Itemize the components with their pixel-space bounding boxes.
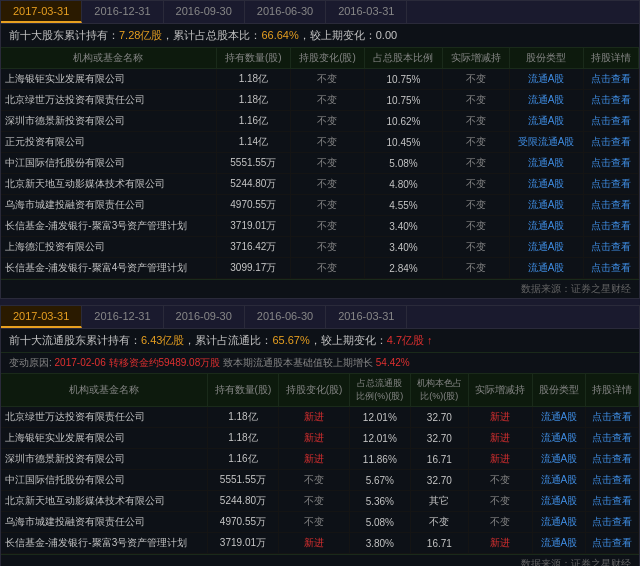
cell-change: 新进 (278, 407, 349, 428)
p2-col-ratio2: 机构本色占比(%)(股) (410, 374, 468, 407)
cell-name: 长信基金-浦发银行-聚富3号资产管理计划 (1, 533, 207, 554)
tab-2016-09-30-p1[interactable]: 2016-09-30 (164, 1, 245, 23)
cell-ratio: 5.08% (365, 153, 443, 174)
cell-name: 上海银钜实业发展有限公司 (1, 428, 207, 449)
table-row: 长信基金-浦发银行-聚富4号资产管理计划 3099.17万 不变 2.84% 不… (1, 258, 639, 279)
tab-2016-12-31-p2[interactable]: 2016-12-31 (82, 306, 163, 328)
cell-name: 上海德汇投资有限公司 (1, 237, 216, 258)
cell-ratio: 10.75% (365, 90, 443, 111)
table-row: 中江国际信托股份有限公司 5551.55万 不变 5.08% 不变 流通A股 点… (1, 153, 639, 174)
cell-change: 不变 (290, 216, 364, 237)
cell-link[interactable]: 点击查看 (585, 407, 638, 428)
cell-link[interactable]: 点击查看 (583, 132, 638, 153)
cell-type: 流通A股 (509, 216, 583, 237)
cell-change: 不变 (290, 132, 364, 153)
cell-link[interactable]: 点击查看 (583, 195, 638, 216)
cell-type: 流通A股 (509, 258, 583, 279)
cell-ratio: 10.45% (365, 132, 443, 153)
cell-link[interactable]: 点击查看 (583, 258, 638, 279)
cell-action: 不变 (442, 132, 509, 153)
cell-link[interactable]: 点击查看 (583, 237, 638, 258)
tab-2016-09-30-p2[interactable]: 2016-09-30 (164, 306, 245, 328)
p2-col-change: 持股变化(股) (278, 374, 349, 407)
cell-qty: 3099.17万 (216, 258, 290, 279)
panel2-tabs[interactable]: 2017-03-31 2016-12-31 2016-09-30 2016-06… (1, 306, 639, 329)
cell-link[interactable]: 点击查看 (585, 449, 638, 470)
cell-ratio2: 其它 (410, 491, 468, 512)
summary-ratio: 66.64% (261, 29, 298, 41)
cell-ratio: 10.62% (365, 111, 443, 132)
cell-link[interactable]: 点击查看 (585, 428, 638, 449)
panel2-change-note: 变动原因: 2017-02-06 转移资金约59489.08万股 致本期流通股本… (1, 353, 639, 374)
tab-2017-03-31-p1[interactable]: 2017-03-31 (1, 1, 82, 23)
cell-action: 新进 (469, 407, 533, 428)
cell-ratio1: 5.08% (350, 512, 411, 533)
cell-qty: 1.18亿 (216, 69, 290, 90)
tab-2016-06-30-p1[interactable]: 2016-06-30 (245, 1, 326, 23)
summary-prefix: 前十大股东累计持有： (9, 29, 119, 41)
tab-2016-12-31-p1[interactable]: 2016-12-31 (82, 1, 163, 23)
cell-ratio1: 5.36% (350, 491, 411, 512)
tab-2017-03-31-p2[interactable]: 2017-03-31 (1, 306, 82, 328)
cell-link[interactable]: 点击查看 (583, 216, 638, 237)
cell-ratio1: 12.01% (350, 428, 411, 449)
cell-ratio2: 32.70 (410, 407, 468, 428)
col-type: 股份类型 (509, 48, 583, 69)
cell-name: 北京绿世万达投资有限责任公司 (1, 90, 216, 111)
table-row: 乌海市城建投融资有限责任公司 4970.55万 不变 5.08% 不变 不变 流… (1, 512, 639, 533)
cell-link[interactable]: 点击查看 (583, 90, 638, 111)
p2-col-qty: 持有数量(股) (207, 374, 278, 407)
panel-2: 2017-03-31 2016-12-31 2016-09-30 2016-06… (0, 305, 640, 566)
ratio-prefix: ，累计占总股本比： (162, 29, 261, 41)
cell-qty: 1.16亿 (207, 449, 278, 470)
cell-qty: 1.14亿 (216, 132, 290, 153)
panel1-tabs[interactable]: 2017-03-31 2016-12-31 2016-09-30 2016-06… (1, 1, 639, 24)
cell-change: 不变 (290, 69, 364, 90)
col-detail: 持股详情 (583, 48, 638, 69)
cell-link[interactable]: 点击查看 (585, 491, 638, 512)
cell-change: 不变 (290, 195, 364, 216)
p2-col-detail: 持股详情 (585, 374, 638, 407)
table-row: 长信基金-浦发银行-聚富3号资产管理计划 3719.01万 不变 3.40% 不… (1, 216, 639, 237)
cell-name: 乌海市城建投融资有限责任公司 (1, 512, 207, 533)
table-row: 中江国际信托股份有限公司 5551.55万 不变 5.67% 32.70 不变 … (1, 470, 639, 491)
panel2-bottom: 数据来源：证券之星财经 (1, 554, 639, 566)
table-row: 长信基金-浦发银行-聚富3号资产管理计划 3719.01万 新进 3.80% 1… (1, 533, 639, 554)
cell-name: 深圳市德景新投资有限公司 (1, 111, 216, 132)
cell-link[interactable]: 点击查看 (583, 69, 638, 90)
table-row: 北京绿世万达投资有限责任公司 1.18亿 不变 10.75% 不变 流通A股 点… (1, 90, 639, 111)
panel1-summary: 前十大股东累计持有：7.28亿股，累计占总股本比：66.64%，较上期变化：0.… (1, 24, 639, 48)
cell-ratio2: 32.70 (410, 428, 468, 449)
cell-link[interactable]: 点击查看 (585, 512, 638, 533)
cell-change: 不变 (290, 174, 364, 195)
cell-qty: 3719.01万 (216, 216, 290, 237)
cell-change: 新进 (278, 449, 349, 470)
cell-qty: 1.18亿 (216, 90, 290, 111)
cell-ratio2: 16.71 (410, 449, 468, 470)
cell-name: 深圳市德景新投资有限公司 (1, 449, 207, 470)
cell-link[interactable]: 点击查看 (585, 533, 638, 554)
cell-name: 中江国际信托股份有限公司 (1, 470, 207, 491)
cell-ratio: 10.75% (365, 69, 443, 90)
tab-2016-03-31-p1[interactable]: 2016-03-31 (326, 1, 407, 23)
cell-type: 受限流通A股 (509, 132, 583, 153)
table-row: 北京新天地互动影媒体技术有限公司 5244.80万 不变 5.36% 其它 不变… (1, 491, 639, 512)
cell-type: 流通A股 (532, 512, 585, 533)
tab-2016-06-30-p2[interactable]: 2016-06-30 (245, 306, 326, 328)
cell-action: 不变 (442, 195, 509, 216)
cell-name: 北京绿世万达投资有限责任公司 (1, 407, 207, 428)
cell-type: 流通A股 (509, 174, 583, 195)
cell-ratio: 4.80% (365, 174, 443, 195)
cell-qty: 5244.80万 (207, 491, 278, 512)
cell-name: 长信基金-浦发银行-聚富4号资产管理计划 (1, 258, 216, 279)
cell-link[interactable]: 点击查看 (585, 470, 638, 491)
panel2-table: 机构或基金名称 持有数量(股) 持股变化(股) 占总流通股比例(%)(股) 机构… (1, 374, 639, 554)
cell-change: 不变 (290, 153, 364, 174)
cell-type: 流通A股 (509, 195, 583, 216)
cell-link[interactable]: 点击查看 (583, 153, 638, 174)
tab-2016-03-31-p2[interactable]: 2016-03-31 (326, 306, 407, 328)
cell-name: 北京新天地互动影媒体技术有限公司 (1, 174, 216, 195)
cell-link[interactable]: 点击查看 (583, 174, 638, 195)
cell-link[interactable]: 点击查看 (583, 111, 638, 132)
cell-name: 北京新天地互动影媒体技术有限公司 (1, 491, 207, 512)
